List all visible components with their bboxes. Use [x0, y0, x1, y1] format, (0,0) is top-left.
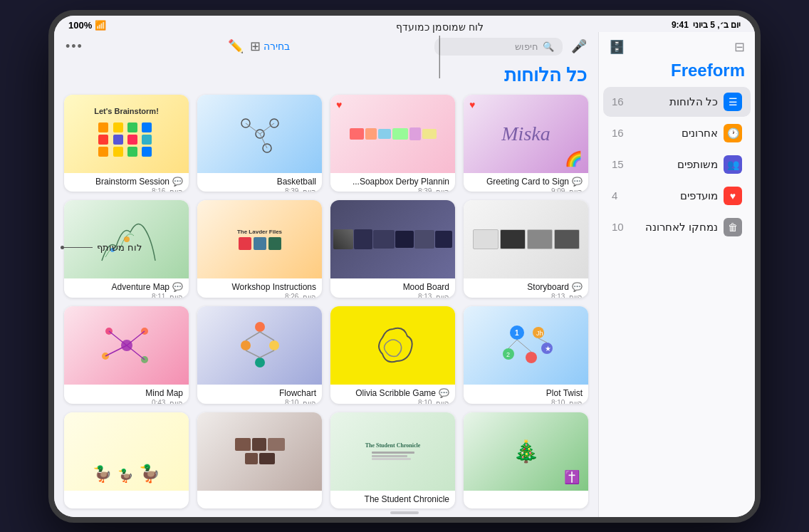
board-card-soapbox[interactable]: ♥ Soapbox Derby Plannin... היום, 8:39 Da…	[330, 95, 455, 192]
board-card-flowchart[interactable]: Flowchart היום, 8:10	[197, 306, 322, 404]
svg-point-20	[269, 340, 279, 350]
board-card-chronicle[interactable]: The Student Chronicle The Student Chr	[330, 412, 455, 508]
sidebar-item-deleted[interactable]: 🗑 נמחקו לאחרונה 10	[603, 212, 751, 242]
sidebar-item-shared-left: 👥 משותפים	[677, 155, 742, 174]
toolbar-center: בחירה ⊞ ✏️	[228, 38, 290, 54]
svg-line-15	[127, 331, 145, 345]
board-card-brainstorm[interactable]: Let's Brainstorm!	[64, 95, 189, 192]
status-left: 100% 📶	[68, 20, 106, 31]
board-name-greeting: 💬 Greeting Card to Sign	[469, 177, 583, 187]
svg-line-23	[260, 332, 274, 340]
ipad-frame: 100% 📶 יום ב׳, 5 ביוני 9:41 🎤 🔍 חיפוש	[48, 10, 761, 523]
board-name-brainstorm: 💬 Brainstorm Session	[70, 177, 183, 187]
board-card-basketball[interactable]: Basketball היום, 8:39 Danny Rico	[197, 95, 322, 192]
board-meta-basketball: היום, 8:39	[203, 187, 316, 192]
chat-icon-adventure: 💬	[172, 282, 183, 292]
svg-text:1: 1	[515, 329, 519, 337]
battery-indicator: 100%	[68, 20, 92, 31]
chat-icon-olivia: 💬	[439, 388, 449, 398]
board-name-plottwist: Plot Twist	[469, 388, 583, 398]
selection-button[interactable]: בחירה	[263, 41, 290, 52]
board-info-chronicle: The Student Chronicle	[330, 491, 455, 508]
board-card-greeting[interactable]: Miska 🌈 ♥ 💬 Greeting Card to Sign היום, …	[464, 95, 588, 192]
board-info-storyboard: 💬 Storyboard היום, 8:13 Danny Rico	[464, 278, 588, 298]
search-placeholder: חיפוש	[515, 41, 538, 52]
shared-icon: 👥	[724, 155, 742, 174]
date-display: יום ב׳, 5 ביוני	[693, 20, 741, 30]
sidebar-item-favorites[interactable]: ♥ מועדפים 4	[603, 181, 751, 211]
sidebar-item-all[interactable]: ☰ כל הלוחות 16	[603, 87, 751, 117]
board-card-moodboard[interactable]: Mood Board היום, 8:13	[330, 200, 455, 298]
new-board-icon[interactable]: ✏️	[228, 38, 244, 54]
board-card-ducks[interactable]: 🦆 🦆 🦆	[64, 412, 189, 508]
svg-text:2: 2	[506, 351, 510, 358]
deleted-count: 10	[612, 221, 624, 233]
board-card-storyboard[interactable]: 💬 Storyboard היום, 8:13 Danny Rico	[464, 200, 588, 298]
board-info-olivia: 💬 Olivia Scribble Game היום, 8:10 Danny …	[330, 385, 455, 404]
chat-icon-storyboard: 💬	[572, 282, 583, 292]
search-bar[interactable]: 🔍 חיפוש	[434, 38, 563, 56]
sidebar-item-recent[interactable]: 🕐 אחרונים 16	[603, 118, 751, 148]
svg-line-36	[517, 340, 531, 352]
board-card-workshop[interactable]: The Lavder Files Workshop Instruction	[197, 200, 322, 298]
favorites-count: 4	[612, 189, 617, 202]
board-thumb-workshop: The Lavder Files	[197, 200, 322, 278]
svg-point-7	[124, 236, 130, 242]
board-card-olivia[interactable]: 💬 Olivia Scribble Game היום, 8:10 Danny …	[330, 306, 455, 404]
all-boards-label: כל הלוחות	[669, 95, 718, 108]
board-card-adventure[interactable]: 💬 Adventure Map היום, 8:11 Danny Rico	[64, 200, 189, 298]
sidebar-item-favorites-left: ♥ מועדפים	[680, 187, 742, 205]
all-boards-icon: ☰	[724, 93, 742, 111]
sidebar-toggle-icon[interactable]: ⊟	[734, 39, 745, 55]
favorites-icon: ♥	[724, 187, 742, 205]
chat-icon-greeting: 💬	[572, 177, 583, 187]
svg-line-24	[246, 350, 260, 358]
board-card-plottwist[interactable]: 1 Jh 2 ★	[464, 306, 588, 404]
board-meta-olivia: היום, 8:10	[336, 399, 449, 404]
svg-line-16	[105, 345, 127, 356]
board-thumb-ducks: 🦆 🦆 🦆	[64, 412, 189, 491]
board-name-mood: Mood Board	[336, 282, 449, 292]
board-thumb-soapbox	[330, 95, 455, 173]
board-name-basketball: Basketball	[203, 177, 316, 187]
scroll-indicator	[390, 511, 419, 514]
board-info-flowchart: Flowchart היום, 8:10	[197, 385, 322, 404]
sidebar-item-recent-left: 🕐 אחרונים	[682, 124, 742, 142]
board-thumb-chronicle: The Student Chronicle	[330, 412, 455, 491]
board-meta-plottwist: היום, 8:10	[469, 399, 583, 404]
deleted-label: נמחקו לאחרונה	[645, 221, 718, 234]
board-card-misc2[interactable]	[197, 412, 322, 508]
board-thumb-mindmap	[64, 306, 189, 385]
favorite-badge-soapbox: ♥	[336, 99, 342, 110]
microphone-icon[interactable]: 🎤	[571, 38, 587, 54]
toolbar-right: •••	[66, 39, 83, 54]
board-name-workshop: Workshop Instructions	[203, 282, 316, 292]
board-name-adventure: 💬 Adventure Map	[70, 282, 183, 292]
sidebar-item-shared[interactable]: 👥 משותפים 15	[603, 150, 751, 179]
board-info-xmas	[464, 491, 588, 499]
search-icon: 🔍	[543, 41, 554, 52]
svg-line-25	[260, 350, 274, 358]
app-title: Freeform	[599, 58, 755, 86]
boards-grid: Let's Brainstorm!	[63, 92, 590, 517]
more-options-button[interactable]: •••	[66, 39, 83, 54]
favorite-badge-greeting: ♥	[469, 99, 475, 110]
recent-icon: 🕐	[724, 124, 742, 142]
archive-icon[interactable]: 🗄️	[609, 39, 625, 55]
board-info-basketball: Basketball היום, 8:39 Danny Rico	[197, 173, 322, 192]
board-card-xmas[interactable]: 🎄 ✝️	[464, 412, 588, 508]
time-display: 9:41	[672, 20, 689, 30]
sidebar-item-all-left: ☰ כל הלוחות	[669, 93, 742, 111]
board-info-mindmap: Mind Map היום, 0:43	[64, 385, 189, 404]
board-thumb-mood	[330, 200, 455, 278]
main-content: 🎤 🔍 חיפוש בחירה ⊞ ✏️ ••	[54, 32, 755, 517]
svg-line-22	[246, 332, 260, 340]
deleted-icon: 🗑	[724, 218, 742, 236]
board-name-flowchart: Flowchart	[203, 388, 316, 398]
board-info-ducks	[64, 491, 189, 499]
board-card-mindmap[interactable]: Mind Map היום, 0:43	[64, 306, 189, 404]
grid-view-icon[interactable]: ⊞	[250, 38, 261, 54]
svg-point-19	[241, 340, 251, 350]
sidebar: 🗄️ ⊟ Freeform ☰ כל הלוחות 16 🕐 אחרונים	[598, 32, 755, 517]
board-info-workshop: Workshop Instructions היום, 8:26	[197, 278, 322, 298]
